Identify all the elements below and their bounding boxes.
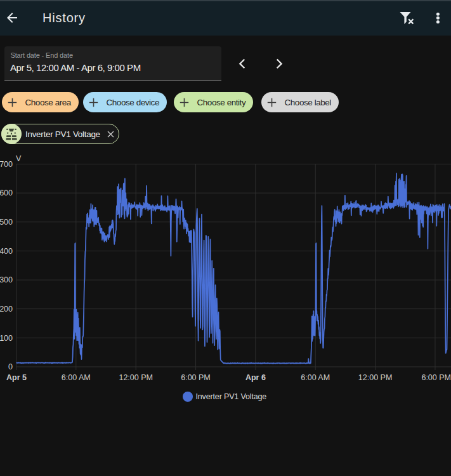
- svg-text:600: 600: [0, 188, 13, 197]
- svg-text:V: V: [16, 154, 22, 163]
- svg-text:300: 300: [0, 275, 13, 284]
- svg-text:0: 0: [8, 362, 13, 371]
- svg-text:6:00 PM: 6:00 PM: [421, 373, 451, 382]
- svg-text:500: 500: [0, 218, 13, 227]
- svg-text:400: 400: [0, 247, 13, 256]
- svg-text:6:00 PM: 6:00 PM: [181, 373, 211, 382]
- svg-text:200: 200: [0, 305, 13, 314]
- svg-text:6:00 AM: 6:00 AM: [301, 373, 330, 382]
- svg-text:12:00 PM: 12:00 PM: [119, 373, 153, 382]
- svg-text:100: 100: [0, 334, 13, 343]
- svg-text:12:00 PM: 12:00 PM: [358, 373, 393, 382]
- svg-text:6:00 AM: 6:00 AM: [62, 373, 91, 382]
- svg-text:700: 700: [0, 160, 13, 169]
- svg-text:Apr 6: Apr 6: [245, 373, 266, 382]
- svg-text:Apr 5: Apr 5: [6, 373, 27, 382]
